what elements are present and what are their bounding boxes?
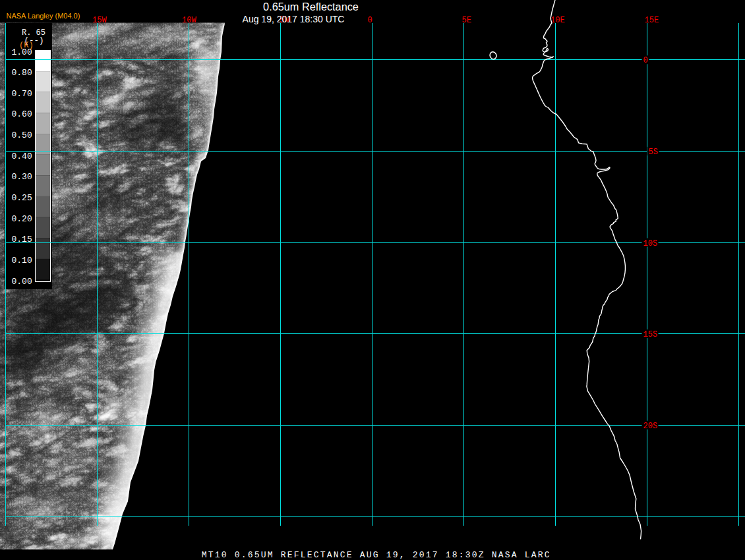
svg-text:10S: 10S: [643, 239, 658, 248]
svg-text:20S: 20S: [643, 422, 658, 431]
svg-text:5E: 5E: [462, 16, 471, 25]
svg-text:0.80: 0.80: [12, 68, 32, 78]
svg-text:0.60: 0.60: [12, 109, 32, 119]
svg-text:0: 0: [368, 16, 372, 25]
svg-text:0.25: 0.25: [12, 193, 32, 203]
svg-text:10E: 10E: [551, 16, 565, 25]
svg-text:0.10: 0.10: [12, 256, 32, 266]
svg-text:0: 0: [643, 56, 648, 65]
svg-text:0.20: 0.20: [12, 214, 32, 224]
svg-text:MT10 0.65UM REFLECTANCE AUG: MT10 0.65UM REFLECTANCE AUG 19, 2017 18:…: [202, 550, 551, 560]
svg-text:0.40: 0.40: [12, 152, 32, 161]
svg-text:0.15: 0.15: [12, 235, 32, 244]
svg-text:0.00: 0.00: [12, 277, 32, 287]
svg-text:NASA Langley (M04.0): NASA Langley (M04.0): [7, 12, 80, 20]
svg-text:0.50: 0.50: [12, 130, 32, 140]
svg-text:15E: 15E: [645, 16, 659, 25]
svg-text:0.65um Reflectance: 0.65um Reflectance: [263, 1, 359, 13]
svg-text:5S: 5S: [649, 148, 658, 157]
svg-text:0.70: 0.70: [12, 89, 32, 99]
svg-text:15S: 15S: [643, 330, 658, 339]
svg-text:15W: 15W: [92, 16, 107, 25]
svg-text:10W: 10W: [182, 16, 196, 25]
svg-text:Aug 19, 2017 18:30 UTC: Aug 19, 2017 18:30 UTC: [243, 14, 345, 24]
svg-text:0.30: 0.30: [12, 172, 32, 182]
svg-text:(K): (K): [19, 41, 34, 50]
